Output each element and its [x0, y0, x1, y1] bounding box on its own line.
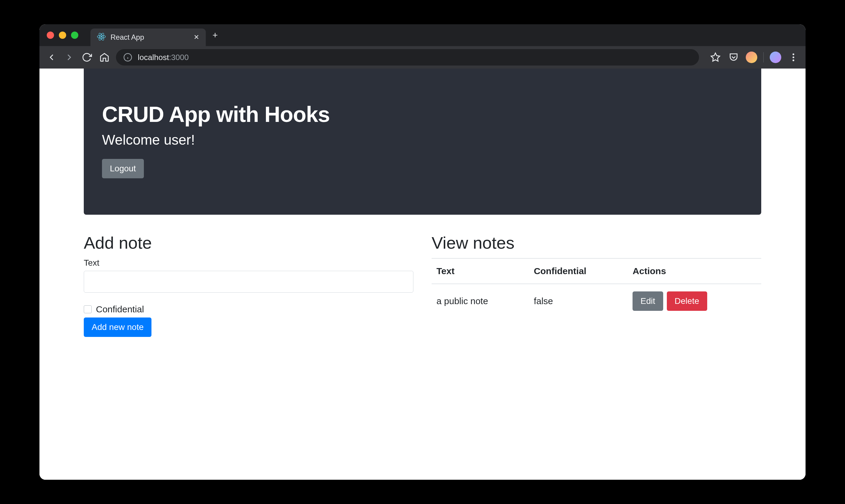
delete-button[interactable]: Delete [667, 291, 707, 311]
url-bar[interactable]: localhost:3000 [116, 49, 699, 66]
table-row: a public note false Edit Delete [432, 284, 761, 318]
tab-title: React App [110, 33, 189, 41]
col-header-confidential: Confidential [529, 258, 628, 284]
notes-table: Text Confidential Actions a public note … [432, 258, 761, 318]
cell-text: a public note [432, 284, 529, 318]
browser-tab[interactable]: React App ✕ [90, 29, 206, 46]
pocket-icon[interactable] [727, 51, 740, 64]
col-header-actions: Actions [628, 258, 761, 284]
svg-point-9 [793, 56, 794, 58]
new-tab-button[interactable]: + [212, 30, 218, 40]
profile-avatar-icon[interactable] [770, 52, 781, 63]
view-notes-heading: View notes [432, 233, 761, 253]
separator [763, 52, 764, 62]
tab-strip: React App ✕ + [39, 24, 806, 46]
welcome-text: Welcome user! [102, 132, 743, 148]
maximize-window-icon[interactable] [71, 32, 78, 39]
home-icon[interactable] [98, 51, 110, 64]
add-note-button[interactable]: Add new note [84, 318, 152, 337]
svg-point-0 [101, 36, 102, 38]
page-title: CRUD App with Hooks [102, 102, 743, 127]
toolbar-right [709, 51, 799, 64]
cell-actions: Edit Delete [628, 284, 761, 318]
add-note-heading: Add note [84, 233, 413, 253]
browser-toolbar: localhost:3000 [39, 46, 806, 69]
view-notes-section: View notes Text Confidential Actions a p… [432, 233, 761, 337]
confidential-label: Confidential [96, 304, 144, 314]
menu-dots-icon[interactable] [787, 51, 799, 64]
url-host: localhost [138, 53, 169, 62]
note-text-input[interactable] [84, 271, 413, 293]
col-header-text: Text [432, 258, 529, 284]
reload-icon[interactable] [81, 51, 93, 64]
text-input-label: Text [84, 258, 413, 268]
close-window-icon[interactable] [47, 32, 54, 39]
forward-icon [63, 51, 75, 64]
browser-window: React App ✕ + localhost:3000 [39, 24, 806, 480]
browser-chrome: React App ✕ + localhost:3000 [39, 24, 806, 69]
url-port: :3000 [169, 53, 189, 62]
svg-marker-7 [711, 53, 720, 61]
url-text: localhost:3000 [138, 53, 189, 62]
site-info-icon[interactable] [123, 53, 132, 62]
close-tab-icon[interactable]: ✕ [194, 33, 199, 41]
react-icon [97, 33, 106, 42]
minimize-window-icon[interactable] [59, 32, 66, 39]
back-icon[interactable] [46, 51, 58, 64]
extension-avatar-icon[interactable] [746, 52, 757, 63]
add-note-section: Add note Text Confidential Add new note [84, 233, 413, 337]
confidential-row: Confidential [84, 304, 413, 314]
hero: CRUD App with Hooks Welcome user! Logout [84, 69, 761, 215]
table-header-row: Text Confidential Actions [432, 258, 761, 284]
bookmark-star-icon[interactable] [709, 51, 722, 64]
edit-button[interactable]: Edit [633, 291, 663, 311]
main-columns: Add note Text Confidential Add new note … [39, 215, 806, 355]
svg-point-10 [793, 59, 794, 61]
confidential-checkbox[interactable] [84, 305, 92, 313]
logout-button[interactable]: Logout [102, 159, 144, 178]
svg-point-8 [793, 53, 794, 55]
cell-confidential: false [529, 284, 628, 318]
page-content: CRUD App with Hooks Welcome user! Logout… [39, 69, 806, 480]
traffic-lights [47, 32, 78, 39]
